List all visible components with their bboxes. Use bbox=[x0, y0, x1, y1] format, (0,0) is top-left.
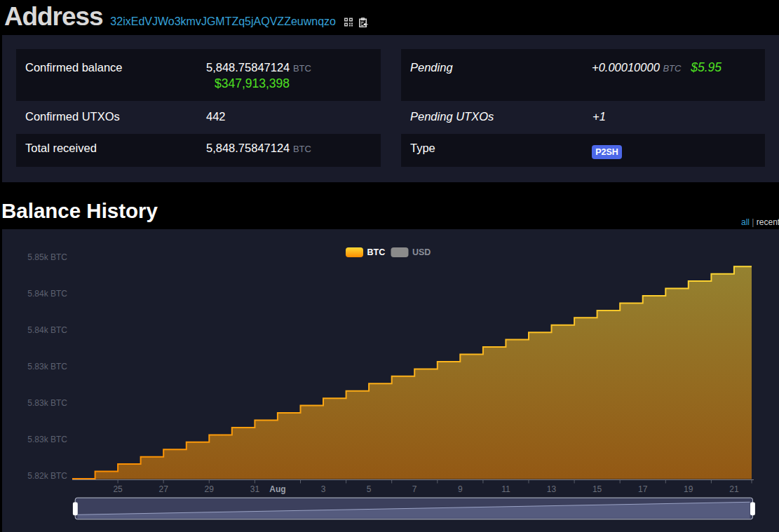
svg-text:5.84k BTC: 5.84k BTC bbox=[27, 325, 67, 335]
svg-text:15: 15 bbox=[592, 484, 602, 494]
svg-text:3: 3 bbox=[321, 484, 326, 494]
svg-text:5.82k BTC: 5.82k BTC bbox=[27, 471, 67, 481]
svg-text:USD: USD bbox=[412, 247, 431, 257]
svg-text:Aug: Aug bbox=[269, 484, 285, 494]
svg-text:5.83k BTC: 5.83k BTC bbox=[27, 398, 67, 408]
svg-text:29: 29 bbox=[205, 484, 215, 494]
svg-text:5: 5 bbox=[367, 484, 372, 494]
svg-text:5.83k BTC: 5.83k BTC bbox=[27, 362, 67, 371]
svg-text:31: 31 bbox=[250, 484, 260, 494]
svg-text:25: 25 bbox=[113, 484, 123, 494]
svg-text:21: 21 bbox=[729, 484, 739, 494]
svg-text:7: 7 bbox=[412, 484, 417, 494]
svg-text:5.84k BTC: 5.84k BTC bbox=[27, 289, 67, 299]
svg-text:13: 13 bbox=[547, 484, 557, 494]
svg-text:19: 19 bbox=[684, 484, 693, 494]
svg-text:BTC: BTC bbox=[367, 247, 386, 257]
svg-text:5.85k BTC: 5.85k BTC bbox=[27, 252, 67, 262]
svg-text:9: 9 bbox=[458, 484, 463, 494]
svg-text:5.83k BTC: 5.83k BTC bbox=[27, 435, 67, 444]
svg-text:17: 17 bbox=[638, 484, 648, 494]
svg-text:27: 27 bbox=[159, 484, 169, 494]
svg-text:11: 11 bbox=[501, 484, 510, 494]
